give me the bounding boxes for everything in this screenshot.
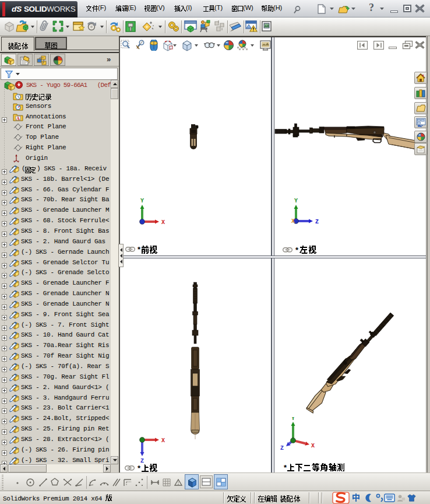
svg-text:Z: Z	[315, 219, 319, 225]
svg-text:Z: Z	[280, 445, 284, 452]
svg-text:Y: Y	[294, 198, 298, 204]
svg-text:X: X	[311, 443, 315, 449]
svg-text:X: X	[161, 219, 165, 226]
svg-text:Y: Y	[140, 198, 144, 204]
svg-text:X: X	[161, 438, 165, 444]
svg-text:Z: Z	[140, 458, 144, 463]
svg-text:A: A	[16, 116, 20, 121]
svg-text:Y: Y	[291, 417, 295, 422]
